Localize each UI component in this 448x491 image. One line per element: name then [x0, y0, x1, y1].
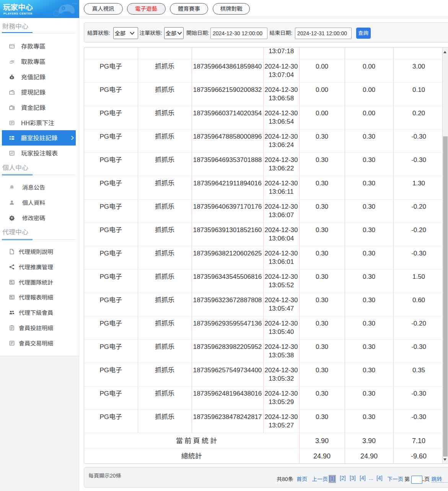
svg-text:¥: ¥ [11, 76, 13, 79]
